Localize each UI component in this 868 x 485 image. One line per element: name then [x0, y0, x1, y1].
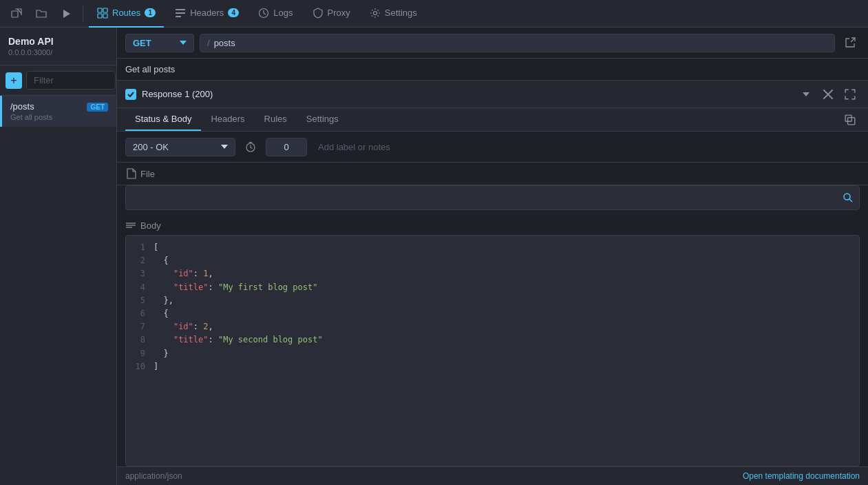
response-tabs: Status & Body Headers Rules Settings — [117, 108, 868, 132]
svg-rect-4 — [98, 14, 102, 18]
file-label: File — [140, 169, 155, 179]
copy-button[interactable] — [840, 110, 860, 130]
sidebar: Demo API 0.0.0.0:3000/ + /posts GET Get … — [0, 28, 117, 485]
path-slash: / — [207, 38, 210, 48]
tab-resp-headers[interactable]: Headers — [201, 108, 254, 131]
code-line-3: 3 "id": 1, — [131, 267, 854, 280]
svg-line-11 — [851, 38, 855, 42]
top-nav: Routes 1 Headers 4 Logs Proxy Settings — [0, 0, 868, 28]
file-search-button[interactable] — [843, 192, 854, 203]
code-line-8: 8 "title": "My second blog post" — [131, 333, 854, 347]
svg-point-17 — [844, 194, 850, 200]
tab-settings-label: Settings — [385, 8, 417, 18]
response-dropdown-button[interactable] — [796, 85, 816, 104]
folder-button[interactable] — [30, 3, 52, 25]
add-route-button[interactable]: + — [6, 72, 22, 89]
footer-bar: application/json Open templating documen… — [117, 466, 868, 485]
tab-status-body[interactable]: Status & Body — [125, 108, 201, 131]
file-section: File — [117, 163, 868, 185]
code-line-10: 10 ] — [131, 360, 854, 373]
content-type-label: application/json — [125, 471, 182, 481]
filter-input[interactable] — [26, 71, 116, 90]
svg-line-18 — [849, 199, 852, 202]
response-actions — [796, 85, 860, 104]
route-desc-bar: Get all posts — [117, 59, 868, 81]
expand-response-button[interactable] — [840, 85, 860, 104]
body-section: Body 1 [ 2 { 3 — [125, 216, 860, 466]
route-path: /posts — [10, 101, 34, 112]
svg-point-10 — [373, 11, 377, 14]
timer-button[interactable] — [241, 137, 260, 156]
headers-badge: 4 — [228, 8, 239, 17]
method-label: GET — [133, 38, 151, 48]
route-description: Get all posts — [10, 113, 108, 121]
routes-badge: 1 — [145, 8, 156, 17]
svg-rect-8 — [176, 16, 181, 17]
tab-resp-settings[interactable]: Settings — [297, 108, 348, 131]
tab-logs[interactable]: Logs — [250, 0, 301, 28]
svg-rect-15 — [845, 115, 851, 121]
code-line-5: 5 }, — [131, 294, 854, 307]
tab-headers-label: Headers — [190, 8, 224, 18]
code-line-4: 4 "title": "My first blog post" — [131, 281, 854, 294]
file-input-area[interactable] — [125, 185, 860, 210]
code-line-6: 6 { — [131, 307, 854, 320]
response-enabled-checkbox[interactable] — [125, 89, 136, 100]
routes-list: /posts GET Get all posts — [0, 96, 116, 485]
url-bar: GET / posts — [117, 28, 868, 59]
templating-docs-link[interactable]: Open templating documentation — [743, 471, 860, 481]
tab-headers[interactable]: Headers 4 — [167, 0, 247, 28]
body-label: Body — [140, 220, 161, 231]
close-response-button[interactable] — [818, 85, 838, 104]
new-window-button[interactable] — [6, 3, 28, 25]
tab-logs-label: Logs — [273, 8, 293, 18]
play-button[interactable] — [55, 3, 77, 25]
tab-routes[interactable]: Routes 1 — [89, 0, 164, 28]
tab-rules[interactable]: Rules — [255, 108, 297, 131]
svg-rect-5 — [103, 14, 107, 18]
tab-settings[interactable]: Settings — [361, 0, 425, 28]
code-line-1: 1 [ — [131, 241, 854, 254]
content-area: GET / posts Get all posts Response 1 (20… — [117, 28, 868, 485]
external-link-button[interactable] — [840, 33, 860, 52]
code-line-9: 9 } — [131, 347, 854, 360]
notes-input[interactable] — [313, 138, 860, 156]
method-select[interactable]: GET — [125, 34, 194, 52]
response-header: Response 1 (200) — [117, 81, 868, 108]
path-value: posts — [214, 38, 235, 48]
route-full-description: Get all posts — [125, 64, 175, 74]
route-method-badge: GET — [87, 103, 108, 112]
response-section: Response 1 (200) Status & Body — [117, 81, 868, 485]
status-select[interactable]: 200 - OK — [125, 138, 235, 156]
svg-rect-6 — [176, 9, 185, 10]
sidebar-toolbar: + — [0, 65, 116, 96]
api-subtitle: 0.0.0.0:3000/ — [8, 48, 108, 56]
svg-marker-1 — [63, 10, 70, 18]
sidebar-header: Demo API 0.0.0.0:3000/ — [0, 28, 116, 65]
code-line-7: 7 "id": 2, — [131, 320, 854, 333]
svg-rect-7 — [176, 12, 185, 14]
svg-rect-0 — [12, 11, 18, 17]
path-display: / posts — [200, 34, 835, 52]
code-editor[interactable]: 1 [ 2 { 3 "id": 1, 4 — [125, 235, 860, 466]
tab-proxy[interactable]: Proxy — [304, 0, 359, 28]
svg-rect-2 — [98, 8, 102, 12]
tab-proxy-label: Proxy — [328, 8, 350, 18]
response-title: Response 1 (200) — [142, 89, 791, 99]
route-info: /posts GET Get all posts — [10, 101, 108, 121]
code-line-2: 2 { — [131, 254, 854, 267]
body-header: Body — [125, 216, 860, 235]
api-title: Demo API — [8, 36, 108, 47]
status-value: 200 - OK — [133, 142, 169, 152]
list-item[interactable]: /posts GET Get all posts — [0, 96, 116, 127]
main-layout: Demo API 0.0.0.0:3000/ + /posts GET Get … — [0, 28, 868, 485]
status-row: 200 - OK — [117, 132, 868, 163]
delay-input[interactable] — [266, 138, 307, 156]
svg-rect-3 — [103, 8, 107, 12]
tab-routes-label: Routes — [112, 8, 140, 18]
